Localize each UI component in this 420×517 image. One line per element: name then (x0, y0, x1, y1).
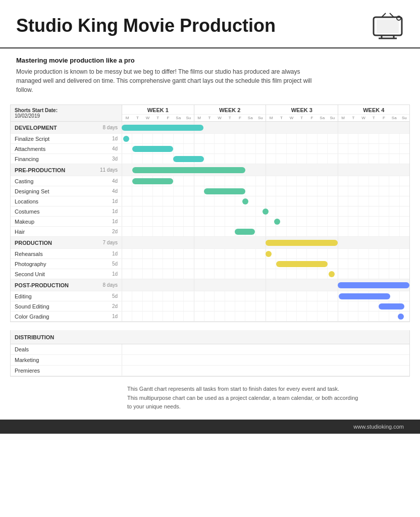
task-color-grading: Color Grading 1d (11, 312, 409, 322)
bar-development (122, 125, 203, 131)
financing-duration: 3d (112, 156, 118, 162)
task-editing: Editing 5d (11, 291, 409, 301)
bar-hair (235, 229, 255, 235)
sound-editing-duration: 2d (112, 303, 118, 309)
second-unit-duration: 1d (112, 271, 118, 277)
locations-duration: 1d (112, 198, 118, 204)
day-f1: F (163, 116, 173, 120)
task-makeup-label: Makeup 1d (11, 217, 122, 226)
second-unit-text: Second Unit (15, 271, 45, 277)
production-chart (122, 237, 409, 248)
bar-photography (276, 261, 328, 267)
dist-marketing-chart (122, 355, 409, 365)
makeup-text: Makeup (15, 219, 34, 225)
production-duration: 7 days (103, 240, 118, 245)
days-row-2: M T W T F Sa Su (194, 115, 266, 121)
editing-chart (122, 291, 409, 301)
day-m1: M (122, 116, 132, 120)
rehearsals-chart (122, 249, 409, 258)
header: Studio King Movie Production (0, 0, 420, 48)
week-block-3: WEEK 3 M T W T F Sa Su (266, 105, 338, 121)
task-hair: Hair 2d (11, 227, 409, 237)
week-label-3: WEEK 3 (266, 105, 338, 115)
bar-casting (132, 178, 174, 184)
gantt-chart: Shorts Start Date: 10/02/2019 WEEK 1 M T… (10, 105, 410, 322)
task-locations: Locations 1d (11, 196, 409, 206)
editing-duration: 5d (112, 293, 118, 299)
section-post-production: POST-PRODUCTION 8 days (11, 279, 409, 291)
task-photography-label: Photography 5d (11, 259, 122, 269)
finalize-script-chart (122, 134, 409, 143)
section-production-label: PRODUCTION 7 days (11, 237, 122, 248)
sound-editing-chart (122, 301, 409, 311)
photography-chart (122, 259, 409, 269)
task-rehearsals: Rehearsals 1d (11, 249, 409, 259)
task-costumes-label: Costumes 1d (11, 206, 122, 216)
task-sound-editing: Sound Editing 2d (11, 301, 409, 312)
day-th1: T (153, 116, 163, 120)
bar-designing-set (204, 188, 245, 194)
subtitle-section: Mastering movie production like a pro Mo… (0, 48, 420, 100)
days-row-1: M T W T F Sa Su (122, 115, 194, 121)
production-text: PRODUCTION (15, 240, 52, 246)
post-production-chart (122, 279, 409, 291)
distribution-section: DISTRIBUTION Deals Marketing Premieres (10, 330, 410, 377)
hair-chart (122, 227, 409, 236)
distribution-label: DISTRIBUTION (11, 332, 122, 342)
dot-locations (242, 198, 248, 204)
post-production-text: POST-PRODUCTION (15, 282, 69, 288)
bar-pre-production (132, 167, 245, 173)
distribution-header: DISTRIBUTION (11, 330, 409, 344)
section-pre-production: PRE-PRODUCTION 11 days (11, 164, 409, 176)
costumes-duration: 1d (112, 209, 118, 214)
dot-finalize-script (123, 136, 129, 142)
task-finalize-script-label: Finalize Script 1d (11, 134, 122, 143)
week-block-1: WEEK 1 M T W T F Sa Su (122, 105, 194, 121)
task-financing: Financing 3d (11, 154, 409, 164)
bar-production (266, 240, 338, 246)
financing-text: Financing (15, 156, 39, 162)
costumes-chart (122, 206, 409, 216)
dot-second-unit (329, 271, 335, 277)
day-t1: T (132, 116, 142, 120)
subtitle-heading: Mastering movie production like a pro (16, 57, 404, 64)
casting-chart (122, 176, 409, 186)
designing-set-duration: 4d (112, 188, 118, 194)
hair-duration: 2d (112, 229, 118, 234)
task-finalize-script: Finalize Script 1d (11, 134, 409, 144)
color-grading-duration: 1d (112, 314, 118, 319)
dist-task-deals: Deals (11, 344, 409, 355)
rehearsals-duration: 1d (112, 251, 118, 256)
task-editing-label: Editing 5d (11, 291, 122, 301)
task-makeup: Makeup 1d (11, 217, 409, 227)
hair-text: Hair (15, 229, 25, 235)
bar-attachments (132, 146, 174, 152)
financing-chart (122, 154, 409, 164)
color-grading-chart (122, 312, 409, 321)
week-block-2: WEEK 2 M T W T F Sa Su (194, 105, 266, 121)
dot-makeup (274, 219, 280, 225)
editing-text: Editing (15, 293, 32, 299)
dist-task-premieres: Premieres (11, 366, 409, 376)
photography-duration: 5d (112, 261, 118, 267)
task-attachments: Attachments 4d (11, 144, 409, 154)
task-sound-editing-label: Sound Editing 2d (11, 301, 122, 311)
start-date-value: 10/02/2019 (15, 113, 118, 119)
makeup-chart (122, 217, 409, 226)
sound-editing-text: Sound Editing (15, 303, 49, 309)
footer-note-text: This Gantt chart represents all tasks fr… (127, 386, 358, 409)
dot-color-grading (398, 314, 404, 320)
pre-production-text: PRE-PRODUCTION (15, 167, 65, 173)
day-sa1: Sa (173, 116, 183, 120)
dist-marketing-label: Marketing (11, 356, 122, 364)
task-costumes: Costumes 1d (11, 206, 409, 217)
pre-production-chart (122, 164, 409, 176)
page-wrapper: Studio King Movie Production Mastering m… (0, 0, 420, 434)
dist-deals-label: Deals (11, 345, 122, 353)
dot-rehearsals (266, 251, 272, 257)
attachments-text: Attachments (15, 146, 45, 152)
task-second-unit: Second Unit 1d (11, 269, 409, 279)
page-title: Studio King Movie Production (16, 16, 276, 36)
start-date-label: Shorts Start Date: (15, 108, 118, 113)
section-development: DEVELOPMENT 8 days (11, 122, 409, 134)
